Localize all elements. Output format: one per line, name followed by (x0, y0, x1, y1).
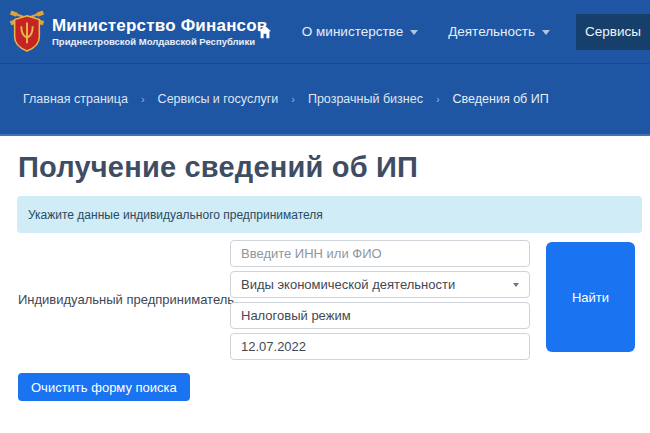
breadcrumb-transparent-business[interactable]: Прозрачный бизнес (308, 92, 423, 106)
nav-services-label: Сервисы (585, 24, 641, 39)
search-button[interactable]: Найти (546, 242, 635, 352)
ministry-coat-of-arms-icon (8, 8, 46, 54)
page-title: Получение сведений об ИП (18, 151, 418, 184)
nav-about-ministry[interactable]: О министерстве (302, 24, 418, 39)
breadcrumb-separator-icon: › (291, 93, 295, 105)
page: Министерство Финансов Приднестровской Мо… (0, 0, 650, 433)
chevron-down-icon (542, 30, 550, 35)
breadcrumb-separator-icon: › (436, 93, 440, 105)
nav-about-label: О министерстве (302, 24, 403, 39)
date-input[interactable] (230, 333, 530, 360)
entrepreneur-form-label: Индивидуальный предприниматель (18, 292, 234, 307)
breadcrumb-separator-icon: › (141, 93, 145, 105)
home-icon (258, 25, 272, 39)
tax-regime-input[interactable] (230, 302, 530, 329)
nav-activity[interactable]: Деятельность (448, 24, 550, 39)
main-nav: О министерстве Деятельность Сервисы (258, 0, 650, 63)
nav-home-button[interactable] (258, 25, 272, 39)
breadcrumb-home[interactable]: Главная страница (23, 92, 128, 106)
brand-text: Министерство Финансов Приднестровской Мо… (52, 16, 268, 47)
breadcrumb-current-page: Сведения об ИП (453, 92, 549, 106)
economic-activity-selected-value: Виды экономической деятельности (241, 277, 455, 292)
breadcrumb-services[interactable]: Сервисы и госуслуги (158, 92, 279, 106)
nav-services-active[interactable]: Сервисы (576, 14, 650, 50)
brand-subtitle: Приднестровской Молдавской Республики (52, 36, 268, 47)
economic-activity-select[interactable]: Виды экономической деятельности (230, 271, 530, 298)
brand-title: Министерство Финансов (52, 16, 268, 35)
hint-text: Укажите данные индивидуального предприни… (28, 208, 323, 222)
search-fields: Виды экономической деятельности (230, 240, 530, 364)
select-caret-icon (513, 283, 519, 287)
site-header: Министерство Финансов Приднестровской Мо… (0, 0, 650, 63)
clear-form-button[interactable]: Очистить форму поиска (18, 373, 190, 401)
nav-activity-label: Деятельность (448, 24, 535, 39)
brand[interactable]: Министерство Финансов Приднестровской Мо… (8, 8, 268, 54)
hint-banner: Укажите данные индивидуального предприни… (17, 196, 642, 233)
inn-or-name-input[interactable] (230, 240, 530, 267)
breadcrumb: Главная страница › Сервисы и госуслуги ›… (0, 63, 650, 136)
chevron-down-icon (410, 30, 418, 35)
